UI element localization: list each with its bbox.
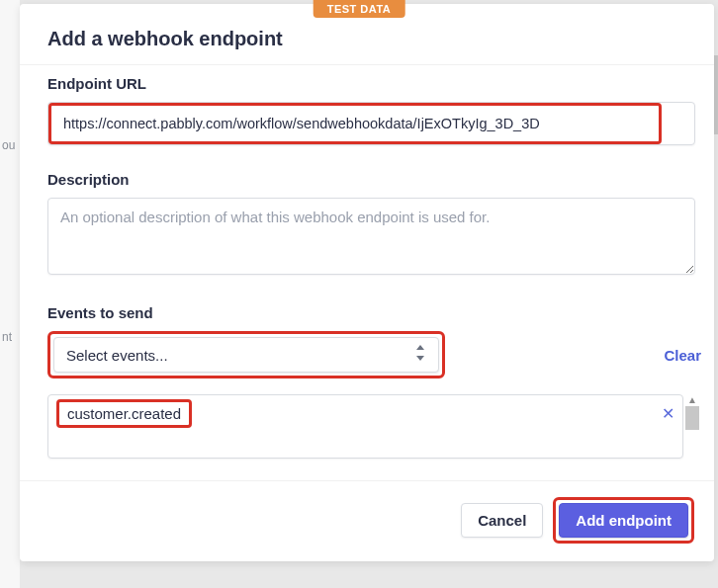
clear-events-link[interactable]: Clear — [664, 347, 701, 364]
selected-events-list: customer.created ✕ — [47, 394, 683, 459]
modal-title: Add a webhook endpoint — [47, 28, 686, 50]
webhook-modal: Add a webhook endpoint Endpoint URL Desc… — [20, 4, 714, 561]
events-select-placeholder: Select events... — [66, 347, 168, 364]
events-label: Events to send — [47, 304, 686, 321]
test-data-badge: TEST DATA — [314, 0, 405, 18]
events-field: Events to send Select events... Clear cu… — [47, 304, 686, 459]
chevron-updown-icon — [414, 345, 426, 365]
endpoint-url-field: Endpoint URL — [47, 75, 686, 145]
endpoint-url-input[interactable] — [53, 108, 652, 139]
description-field: Description — [47, 171, 686, 279]
list-scrollbar-thumb[interactable] — [685, 406, 699, 430]
list-item: customer.created ✕ — [56, 399, 674, 428]
events-select[interactable]: Select events... — [53, 337, 439, 373]
cancel-button[interactable]: Cancel — [461, 503, 543, 538]
add-endpoint-button[interactable]: Add endpoint — [559, 503, 688, 538]
list-scrollbar[interactable]: ▲ — [683, 394, 701, 459]
modal-body: Endpoint URL Description Events to send … — [20, 64, 714, 481]
modal-footer: Cancel Add endpoint — [20, 481, 714, 561]
description-textarea[interactable] — [47, 198, 695, 275]
background-sidebar-sliver: ou nt — [0, 0, 20, 588]
description-label: Description — [47, 171, 686, 188]
endpoint-url-label: Endpoint URL — [47, 75, 686, 92]
event-tag: customer.created — [56, 399, 192, 428]
remove-event-icon[interactable]: ✕ — [662, 404, 674, 423]
